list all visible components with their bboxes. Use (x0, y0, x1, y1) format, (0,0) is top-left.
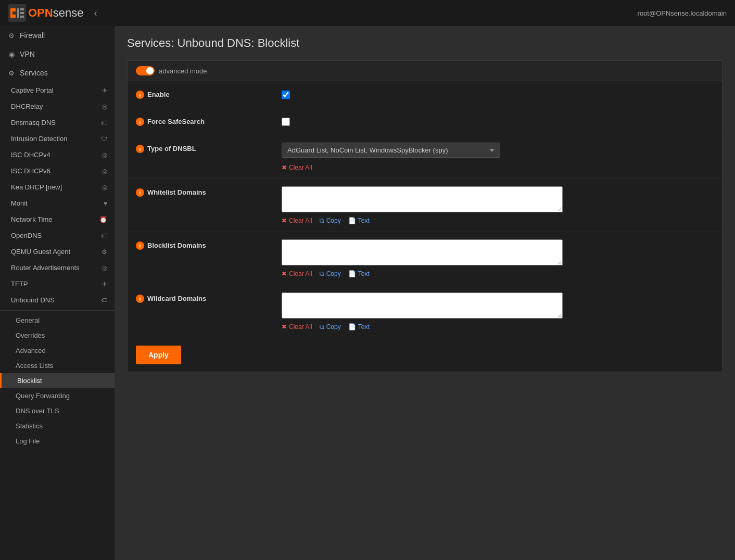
whitelist-copy[interactable]: ⧉ Copy (320, 217, 341, 224)
logo-opn: OPN (28, 6, 53, 19)
sidebar-sub-query-forwarding[interactable]: Query Forwarding (0, 388, 115, 403)
target3-icon: ◎ (102, 168, 107, 175)
sidebar-item-qemu-guest[interactable]: QEMU Guest Agent ⚙ (0, 244, 115, 260)
type-dnsbl-control: AdGuard List, NoCoin List, WindowsSpyBlo… (282, 143, 714, 171)
type-dnsbl-info-icon[interactable]: i (136, 145, 144, 153)
clear-icon: ✖ (282, 164, 287, 171)
advanced-mode-toggle[interactable] (136, 66, 155, 75)
wildcard-textarea[interactable] (282, 292, 563, 319)
wildcard-row: i Wildcard Domains ✖ Clear All ⧉ Copy (128, 285, 722, 338)
blocklist-copy[interactable]: ⧉ Copy (320, 270, 341, 277)
whitelist-label-container: i Whitelist Domains (136, 186, 282, 197)
whitelist-clear-all[interactable]: ✖ Clear All (282, 217, 312, 224)
sidebar-item-firewall[interactable]: ⚙ Firewall (0, 26, 115, 45)
blocklist-clear-all[interactable]: ✖ Clear All (282, 270, 312, 277)
sidebar-item-dhcrelay[interactable]: DHCRelay ◎ (0, 98, 115, 114)
sidebar-sub-blocklist[interactable]: Blocklist (0, 373, 115, 388)
enable-label-container: i Enable (136, 88, 282, 99)
sidebar-sub-advanced[interactable]: Advanced (0, 343, 115, 358)
topbar-left: OPNsense ‹ (8, 4, 101, 22)
wildcard-clear-label: Clear All (289, 323, 312, 330)
qemu-guest-label: QEMU Guest Agent (11, 248, 70, 256)
sidebar-item-tftp[interactable]: TFTP ✈ (0, 276, 115, 292)
tftp-label: TFTP (11, 280, 28, 288)
circle-icon: ◉ (7, 50, 16, 58)
tag3-icon: 🏷 (101, 297, 107, 304)
sidebar-item-unbound-dns[interactable]: Unbound DNS 🏷 (0, 292, 115, 308)
clear4-icon: ✖ (282, 323, 287, 330)
svg-rect-4 (20, 12, 24, 14)
services-label: Services (20, 69, 48, 77)
wildcard-clear-all[interactable]: ✖ Clear All (282, 323, 312, 330)
sidebar-item-kea-dhcp[interactable]: Kea DHCP [new] ◎ (0, 179, 115, 195)
logo-icon (8, 4, 26, 22)
whitelist-actions: ✖ Clear All ⧉ Copy 📄 Text (282, 217, 714, 224)
divider (0, 310, 115, 311)
sidebar-sub-general[interactable]: General (0, 313, 115, 328)
rocket-icon: ✈ (102, 87, 107, 94)
user-display: root@OPNsense.localdomain (638, 9, 727, 17)
blocklist-clear-label: Clear All (289, 270, 312, 277)
firewall-label: Firewall (20, 31, 45, 40)
sidebar-item-monit[interactable]: Monit ♥ (0, 195, 115, 211)
sidebar-sub-overrides[interactable]: Overrides (0, 328, 115, 343)
wildcard-copy-label: Copy (326, 323, 341, 330)
enable-info-icon[interactable]: i (136, 91, 144, 99)
vpn-label: VPN (20, 50, 35, 58)
target4-icon: ◎ (102, 184, 107, 191)
apply-row: Apply (128, 338, 722, 372)
heartbeat-icon: ♥ (104, 200, 107, 207)
advanced-mode-row: advanced mode (128, 61, 722, 81)
force-safesearch-checkbox[interactable] (282, 118, 290, 126)
wildcard-text[interactable]: 📄 Text (348, 323, 370, 330)
force-safesearch-info-icon[interactable]: i (136, 118, 144, 126)
blocklist-label-container: i Blocklist Domains (136, 239, 282, 250)
force-safesearch-label-container: i Force SafeSearch (136, 116, 282, 126)
whitelist-info-icon[interactable]: i (136, 188, 144, 197)
blocklist-text-label: Text (358, 270, 370, 277)
sidebar-sub-access-lists[interactable]: Access Lists (0, 358, 115, 373)
blocklist-actions: ✖ Clear All ⧉ Copy 📄 Text (282, 270, 714, 277)
sidebar-item-services[interactable]: ⚙ Services (0, 63, 115, 82)
blocklist-info-icon[interactable]: i (136, 241, 144, 250)
whitelist-text[interactable]: 📄 Text (348, 217, 370, 224)
blocklist-copy-label: Copy (326, 270, 341, 277)
captive-portal-label: Captive Portal (11, 86, 54, 94)
clear3-icon: ✖ (282, 270, 287, 277)
apply-button[interactable]: Apply (136, 346, 181, 364)
sidebar-item-isc-dhcpv6[interactable]: ISC DHCPv6 ◎ (0, 163, 115, 179)
sidebar-item-dnsmasq[interactable]: Dnsmasq DNS 🏷 (0, 114, 115, 131)
collapse-button[interactable]: ‹ (90, 6, 101, 21)
text3-icon: 📄 (348, 323, 356, 330)
shield-icon: 🛡 (101, 135, 107, 143)
sidebar-sub-dns-over-tls[interactable]: DNS over TLS (0, 403, 115, 418)
blocklist-text[interactable]: 📄 Text (348, 270, 370, 277)
sidebar-sub-log-file[interactable]: Log File (0, 434, 115, 449)
sidebar-item-opendns[interactable]: OpenDNS 🏷 (0, 227, 115, 244)
wildcard-copy[interactable]: ⧉ Copy (320, 323, 341, 330)
sidebar-item-vpn[interactable]: ◉ VPN (0, 45, 115, 63)
enable-checkbox[interactable] (282, 91, 290, 99)
whitelist-text-label: Text (358, 217, 370, 224)
sidebar-item-router-adv[interactable]: Router Advertisements ◎ (0, 260, 115, 276)
sidebar-item-captive-portal[interactable]: Captive Portal ✈ (0, 82, 115, 98)
type-dnsbl-select[interactable]: AdGuard List, NoCoin List, WindowsSpyBlo… (282, 143, 500, 158)
topbar: OPNsense ‹ root@OPNsense.localdomain (0, 0, 735, 26)
dhcrelay-label: DHCRelay (11, 103, 43, 110)
wildcard-info-icon[interactable]: i (136, 295, 144, 303)
enable-row: i Enable (128, 81, 722, 108)
whitelist-textarea[interactable] (282, 186, 563, 212)
wildcard-label-container: i Wildcard Domains (136, 292, 282, 303)
logo-text: OPNsense (28, 6, 83, 20)
network-time-label: Network Time (11, 215, 52, 223)
blocklist-textarea[interactable] (282, 239, 563, 265)
sidebar-item-isc-dhcpv4[interactable]: ISC DHCPv4 ◎ (0, 147, 115, 163)
gear-icon-services: ⚙ (7, 69, 16, 77)
wildcard-control: ✖ Clear All ⧉ Copy 📄 Text (282, 292, 714, 330)
type-dnsbl-clear-all[interactable]: ✖ Clear All (282, 164, 312, 171)
sidebar-sub-statistics[interactable]: Statistics (0, 418, 115, 434)
sidebar-item-network-time[interactable]: Network Time ⏰ (0, 211, 115, 227)
sidebar-item-intrusion-detection[interactable]: Intrusion Detection 🛡 (0, 131, 115, 147)
monit-label: Monit (11, 199, 28, 207)
logo-sense: sense (53, 6, 84, 19)
